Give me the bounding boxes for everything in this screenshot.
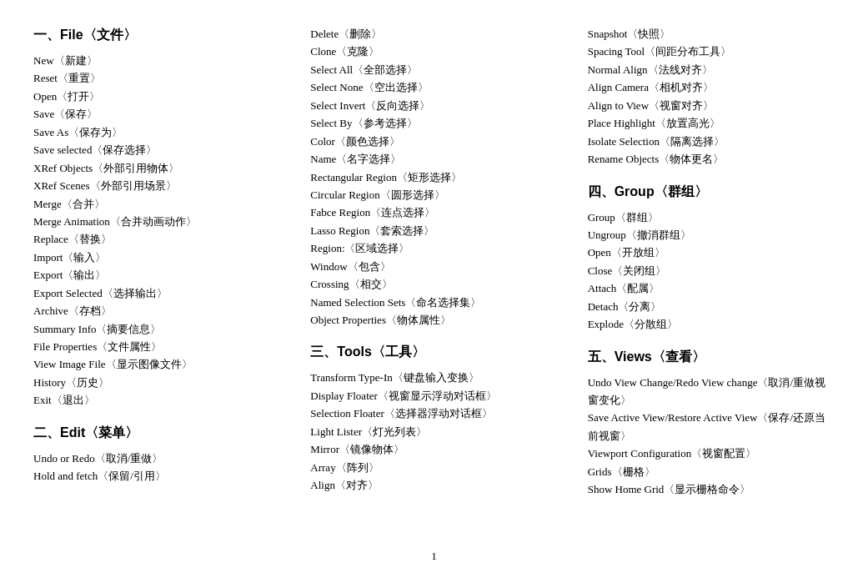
menu-item: Rename Objects〈物体更名〉 (588, 150, 835, 168)
menu-item: Align to View〈视窗对齐〉 (588, 97, 835, 114)
menu-item: Isolate Selection〈隔离选择〉 (588, 133, 835, 150)
section-title-tools: 三、Tools〈工具〉 (310, 342, 557, 362)
menu-item: Align Camera〈相机对齐〉 (588, 78, 835, 96)
menu-item: Replace〈替换〉 (33, 230, 280, 248)
menu-item: Exit〈退出〉 (33, 391, 280, 409)
column-1: 一、File〈文件〉 New〈新建〉 Reset〈重置〉 Open〈打开〉 Sa… (33, 25, 295, 543)
menu-item: Select None〈空出选择〉 (310, 78, 557, 96)
menu-item: Merge〈合并〉 (33, 195, 280, 213)
menu-item: XRef Scenes〈外部引用场景〉 (33, 177, 280, 194)
menu-item: Save selected〈保存选择〉 (33, 141, 280, 158)
menu-item: Transform Type-In〈键盘输入变换〉 (310, 369, 557, 386)
menu-item: Undo View Change/Redo View change〈取消/重做视… (588, 374, 835, 410)
menu-item: Color〈颜色选择〉 (310, 133, 557, 150)
section-title-views: 五、Views〈查看〉 (588, 347, 835, 367)
menu-item: Display Floater〈视窗显示浮动对话框〉 (310, 387, 557, 405)
menu-item: Export〈输出〉 (33, 266, 280, 284)
menu-item: Snapshot〈快照〉 (588, 25, 835, 43)
menu-item: Ungroup〈撤消群组〉 (588, 226, 835, 244)
page-footer: 1 (33, 543, 835, 563)
menu-item: Close〈关闭组〉 (588, 262, 835, 279)
page: 一、File〈文件〉 New〈新建〉 Reset〈重置〉 Open〈打开〉 Sa… (0, 0, 868, 588)
menu-item: Save Active View/Restore Active View〈保存/… (588, 409, 835, 445)
menu-item: Named Selection Sets〈命名选择集〉 (310, 294, 557, 311)
menu-item: Window〈包含〉 (310, 258, 557, 275)
menu-item: Spacing Tool〈间距分布工具〉 (588, 43, 835, 60)
menu-item: Import〈输入〉 (33, 249, 280, 266)
menu-item: Open〈开放组〉 (588, 244, 835, 261)
menu-item: New〈新建〉 (33, 52, 280, 69)
menu-item: Name〈名字选择〉 (310, 150, 557, 168)
menu-item: Place Highlight〈放置高光〉 (588, 114, 835, 132)
menu-item: Selection Floater〈选择器浮动对话框〉 (310, 405, 557, 422)
menu-item: Light Lister〈灯光列表〉 (310, 423, 557, 440)
menu-item: Crossing〈相交〉 (310, 275, 557, 293)
menu-item: Grids〈栅格〉 (588, 463, 835, 480)
menu-item: Select Invert〈反向选择〉 (310, 97, 557, 114)
menu-item: Group〈群组〉 (588, 209, 835, 226)
menu-item: Save As〈保存为〉 (33, 123, 280, 141)
menu-item: File Properties〈文件属性〉 (33, 338, 280, 355)
column-3: Snapshot〈快照〉 Spacing Tool〈间距分布工具〉 Normal… (573, 25, 835, 543)
menu-item: Circular Region〈圆形选择〉 (310, 186, 557, 204)
menu-item: Detach〈分离〉 (588, 298, 835, 315)
menu-item: Explode〈分散组〉 (588, 315, 835, 333)
menu-item: Export Selected〈选择输出〉 (33, 284, 280, 302)
menu-item: Show Home Grid〈显示栅格命令〉 (588, 480, 835, 498)
menu-item: Select All〈全部选择〉 (310, 61, 557, 78)
menu-item: Delete〈删除〉 (310, 25, 557, 43)
menu-item: Normal Align〈法线对齐〉 (588, 61, 835, 78)
menu-item: Mirror〈镜像物体〉 (310, 440, 557, 458)
menu-item: Array〈阵列〉 (310, 459, 557, 476)
menu-item: Hold and fetch〈保留/引用〉 (33, 467, 280, 485)
menu-item: Summary Info〈摘要信息〉 (33, 320, 280, 338)
page-number: 1 (431, 550, 437, 562)
menu-item: Merge Animation〈合并动画动作〉 (33, 213, 280, 230)
menu-item: Reset〈重置〉 (33, 69, 280, 87)
menu-item: Lasso Region〈套索选择〉 (310, 222, 557, 239)
menu-item: Viewport Configuration〈视窗配置〉 (588, 445, 835, 462)
menu-item: View Image File〈显示图像文件〉 (33, 355, 280, 373)
menu-item: Attach〈配属〉 (588, 279, 835, 297)
section-title-edit: 二、Edit〈菜单〉 (33, 423, 280, 443)
menu-item: XRef Objects〈外部引用物体〉 (33, 159, 280, 177)
menu-item: Open〈打开〉 (33, 88, 280, 105)
menu-item: Fabce Region〈连点选择〉 (310, 204, 557, 221)
menu-item: Save〈保存〉 (33, 105, 280, 123)
section-title-file: 一、File〈文件〉 (33, 25, 280, 45)
menu-item: Rectangular Region〈矩形选择〉 (310, 168, 557, 186)
menu-item: Region:〈区域选择〉 (310, 239, 557, 257)
menu-item: Undo or Redo〈取消/重做〉 (33, 450, 280, 467)
menu-item: History〈历史〉 (33, 374, 280, 391)
content-columns: 一、File〈文件〉 New〈新建〉 Reset〈重置〉 Open〈打开〉 Sa… (33, 25, 835, 543)
section-title-group: 四、Group〈群组〉 (588, 182, 835, 202)
menu-item: Align〈对齐〉 (310, 476, 557, 494)
menu-item: Clone〈克隆〉 (310, 43, 557, 60)
menu-item: Select By〈参考选择〉 (310, 114, 557, 132)
menu-item: Archive〈存档〉 (33, 302, 280, 319)
column-2: Delete〈删除〉 Clone〈克隆〉 Select All〈全部选择〉 Se… (295, 25, 572, 543)
menu-item: Object Properties〈物体属性〉 (310, 311, 557, 329)
